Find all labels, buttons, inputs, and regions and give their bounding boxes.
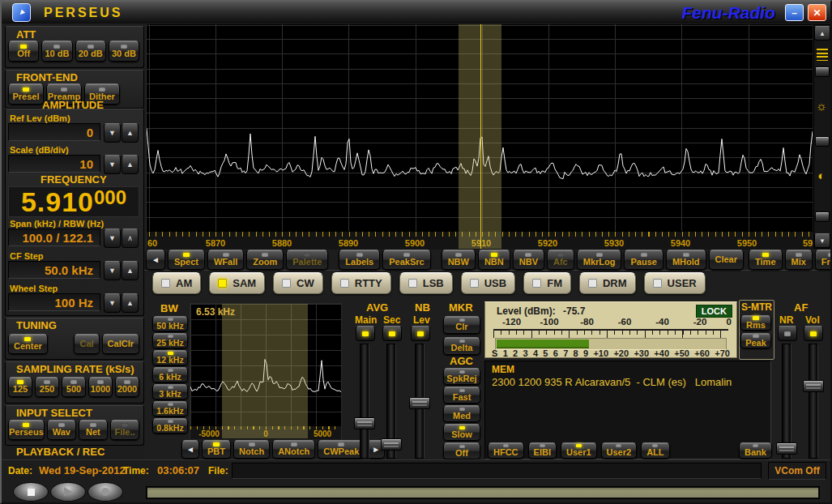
span-up-button[interactable]: ∧ — [122, 229, 139, 248]
nbn-button[interactable]: NBN — [478, 250, 510, 270]
if-passband-highlight[interactable] — [222, 304, 308, 438]
agc-off-button[interactable]: Off — [443, 442, 480, 459]
agc-fast-button[interactable]: Fast — [443, 387, 480, 404]
sr-125-button[interactable]: 125 — [8, 377, 32, 397]
nbv-button[interactable]: NBV — [513, 250, 544, 270]
bw-0-8-button[interactable]: 0.8kHz — [152, 418, 188, 434]
agc-med-button[interactable]: Med — [443, 405, 480, 422]
af-nr-slider-handle[interactable] — [776, 442, 797, 455]
input-net-button[interactable]: Net — [79, 420, 108, 440]
vcom-status[interactable]: VCom Off — [768, 462, 826, 480]
contrast-slider-handle[interactable] — [815, 211, 830, 222]
clear-button[interactable]: Clear — [709, 250, 745, 270]
sr-500-button[interactable]: 500 — [62, 377, 86, 397]
ref-lev-up-button[interactable]: ▲ — [122, 123, 139, 143]
avg-main-led-button[interactable] — [356, 326, 375, 341]
mkr-delta-button[interactable]: Delta — [443, 337, 480, 355]
sr-250-button[interactable]: 250 — [35, 377, 59, 397]
cf-step-field[interactable]: 50.0 kHz — [8, 261, 100, 279]
filter-scroll-left-button[interactable]: ◄ — [181, 440, 199, 459]
af-vol-slider-handle[interactable] — [803, 380, 824, 392]
sr-2000-button[interactable]: 2000 — [115, 377, 139, 397]
palette-button[interactable]: Palette — [286, 250, 328, 270]
avg-main-slider-handle[interactable] — [354, 417, 375, 429]
palette-slider-handle[interactable] — [815, 66, 830, 77]
avg-sec-slider[interactable] — [386, 344, 396, 459]
bw-50-button[interactable]: 50 kHz — [152, 316, 188, 331]
anotch-button[interactable]: ANotch — [272, 440, 315, 459]
bw-1-6-button[interactable]: 1.6kHz — [152, 401, 188, 416]
scale-down-button[interactable]: ▼ — [104, 155, 121, 174]
play-button[interactable] — [50, 482, 86, 502]
brightness-slider-handle[interactable] — [815, 136, 830, 147]
labels-button[interactable]: Labels — [339, 250, 380, 270]
pbt-button[interactable]: PBT — [202, 440, 231, 459]
avg-sec-slider-handle[interactable] — [381, 438, 402, 451]
wfall-button[interactable]: WFall — [207, 250, 244, 270]
peak-button[interactable]: Peak — [740, 333, 771, 348]
mhold-button[interactable]: MHold — [666, 250, 706, 270]
mode-usb-button[interactable]: USB — [461, 272, 515, 294]
agc-spkrej-button[interactable]: SpkRej — [443, 368, 480, 385]
scale-up-button[interactable]: ▲ — [122, 155, 139, 174]
rms-button[interactable]: Rms — [740, 315, 771, 331]
mode-am-button[interactable]: AM — [152, 272, 201, 294]
cal-button[interactable]: Cal — [74, 334, 99, 354]
mode-cw-button[interactable]: CW — [273, 272, 323, 294]
nb-lev-led-button[interactable] — [411, 326, 430, 341]
bank-button[interactable]: Bank — [739, 442, 772, 459]
strip-up-button[interactable]: ▲ — [814, 26, 830, 41]
input-file-button[interactable]: File.. — [110, 420, 139, 440]
af-nr-slider[interactable] — [782, 344, 791, 459]
pause-button[interactable]: Pause — [624, 250, 663, 270]
af-nr-led-button[interactable] — [778, 326, 797, 341]
user1-button[interactable]: User1 — [561, 442, 597, 459]
att-off-button[interactable]: Off — [8, 41, 39, 62]
mkr-clr-button[interactable]: Clr — [443, 316, 480, 334]
frequency-display[interactable]: 5.910000 — [8, 186, 139, 217]
strip-down-button[interactable]: ▼ — [814, 233, 830, 248]
stop-button[interactable] — [13, 482, 49, 502]
scale-field[interactable]: 10 — [8, 155, 100, 173]
af-vol-slider[interactable] — [809, 344, 818, 459]
all-button[interactable]: ALL — [641, 442, 669, 459]
spect-button[interactable]: Spect — [168, 250, 205, 270]
sr-1000-button[interactable]: 1000 — [88, 377, 113, 397]
notch-button[interactable]: Notch — [233, 440, 270, 459]
peaksrc-button[interactable]: PeakSrc — [382, 250, 430, 270]
presel-button[interactable]: Presel — [8, 83, 44, 105]
bw-6-button[interactable]: 6 kHz — [152, 367, 188, 382]
wheel-step-field[interactable]: 100 Hz — [8, 293, 100, 311]
center-button[interactable]: Center — [8, 334, 48, 354]
mkrlog-button[interactable]: MkrLog — [577, 250, 622, 270]
wheel-step-up-button[interactable]: ▲ — [122, 293, 139, 313]
perseus-logo-icon[interactable]: ▲ — [12, 3, 31, 22]
calclr-button[interactable]: CalClr — [102, 334, 139, 354]
record-button[interactable] — [87, 482, 123, 502]
mix-button[interactable]: Mix — [785, 250, 813, 270]
afc-button[interactable]: Afc — [547, 250, 574, 270]
freq-button[interactable]: Freq — [815, 250, 832, 270]
agc-slow-button[interactable]: Slow — [443, 424, 480, 441]
span-rbw-field[interactable]: 100.0 / 122.1 — [8, 229, 100, 246]
cf-step-down-button[interactable]: ▼ — [104, 261, 121, 280]
wheel-step-down-button[interactable]: ▼ — [104, 293, 121, 313]
playback-progress-bar[interactable] — [146, 486, 820, 499]
mode-fm-button[interactable]: FM — [523, 272, 571, 294]
nb-lev-slider-handle[interactable] — [409, 397, 430, 409]
bw-12-button[interactable]: 12 kHz — [152, 350, 188, 365]
span-down-button[interactable]: ▼ — [104, 229, 121, 248]
nbw-button[interactable]: NBW — [442, 250, 476, 270]
af-vol-led-button[interactable] — [804, 326, 823, 341]
bw-3-button[interactable]: 3 kHz — [152, 384, 188, 399]
att-10db-button[interactable]: 10 dB — [41, 41, 72, 62]
mem-entry[interactable]: 2300 1200 935 R Alcaravan/5 - CLM (es) L… — [492, 376, 732, 388]
avg-main-slider[interactable] — [360, 344, 369, 459]
att-30db-button[interactable]: 30 dB — [109, 41, 139, 62]
mode-user-button[interactable]: USER — [644, 272, 706, 294]
mode-drm-button[interactable]: DRM — [579, 272, 636, 294]
minimize-button[interactable]: – — [785, 4, 804, 21]
scroll-left-button[interactable]: ◄ — [146, 250, 165, 270]
cwpeak-button[interactable]: CWPeak — [318, 440, 365, 459]
ref-lev-down-button[interactable]: ▼ — [104, 123, 121, 143]
